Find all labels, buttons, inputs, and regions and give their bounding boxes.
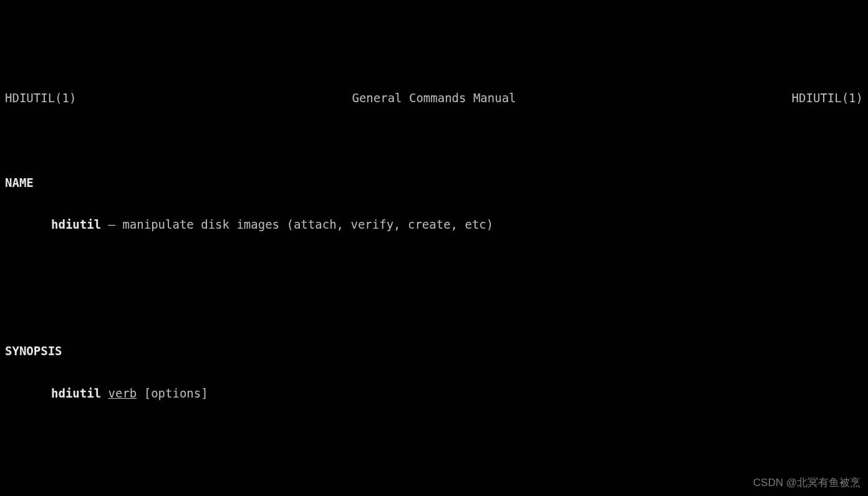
section-name: NAME (5, 173, 863, 194)
syn-opts: [options] (137, 386, 208, 400)
name-line: hdiutil – manipulate disk images (attach… (5, 214, 863, 236)
name-desc: – manipulate disk images (attach, verify… (101, 217, 493, 231)
header-right: HDIUTIL(1) (792, 88, 863, 109)
name-cmd: hdiutil (51, 217, 101, 231)
syn-verb: verb (109, 386, 137, 400)
section-synopsis: SYNOPSIS (5, 341, 863, 362)
header-center: General Commands Manual (352, 88, 516, 109)
syn-cmd: hdiutil (51, 386, 101, 400)
watermark: CSDN @北冥有鱼被烹 (753, 474, 861, 492)
manpage-header: HDIUTIL(1) General Commands Manual HDIUT… (5, 88, 863, 109)
header-left: HDIUTIL(1) (5, 88, 76, 109)
synopsis-line: hdiutil verb [options] (5, 383, 863, 404)
